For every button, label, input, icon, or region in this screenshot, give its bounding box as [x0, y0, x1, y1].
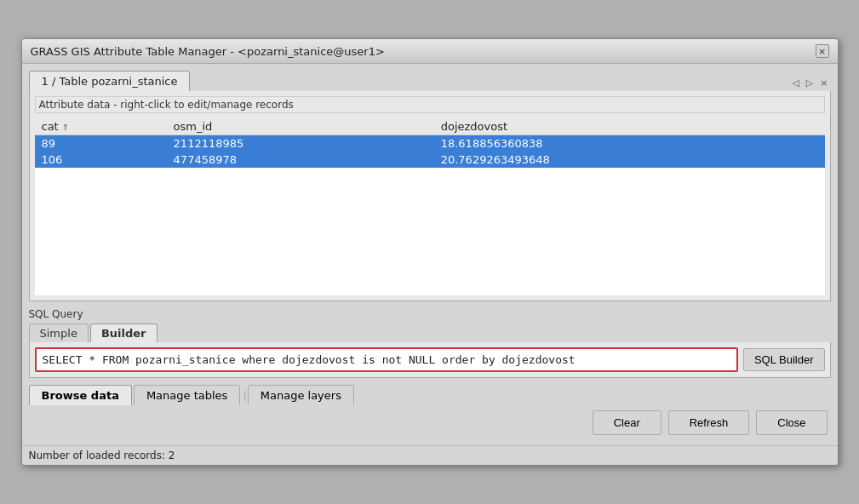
- sql-section: SQL Query Simple Builder SQL Builder: [29, 308, 831, 378]
- table-row[interactable]: 89211211898518.618856360838: [35, 135, 825, 152]
- sql-tab-builder[interactable]: Builder: [90, 324, 157, 342]
- tab-nav-arrows: ◁ ▷ ×: [789, 77, 830, 91]
- close-button[interactable]: Close: [756, 410, 827, 435]
- tab-prev-icon[interactable]: ◁: [789, 77, 801, 89]
- tab-bar: 1 / Table pozarni_stanice ◁ ▷ ×: [29, 71, 831, 91]
- window-body: 1 / Table pozarni_stanice ◁ ▷ × Attribut…: [22, 64, 838, 445]
- tab-manage-tables[interactable]: Manage tables: [134, 385, 240, 405]
- table-empty-area: [35, 168, 825, 295]
- col-header-dojezdovost[interactable]: dojezdovost: [434, 118, 825, 135]
- attribute-table: cat ⇑ osm_id dojezdovost 89211211898518.…: [35, 118, 825, 168]
- col-header-osm-id[interactable]: osm_id: [167, 118, 434, 135]
- sql-query-input[interactable]: [35, 347, 738, 372]
- refresh-button[interactable]: Refresh: [668, 410, 750, 435]
- table-row[interactable]: 10647745897820.7629263493648: [35, 152, 825, 168]
- bottom-tabs: Browse data Manage tables | Manage layer…: [29, 385, 831, 405]
- tab-browse-data[interactable]: Browse data: [29, 385, 132, 405]
- window-close-button[interactable]: ×: [816, 44, 829, 58]
- status-bar: Number of loaded records: 2: [22, 445, 838, 465]
- clear-button[interactable]: Clear: [593, 410, 661, 435]
- tab-manage-layers[interactable]: Manage layers: [248, 385, 354, 405]
- sql-query-row: SQL Builder: [29, 342, 831, 378]
- status-text: Number of loaded records: 2: [29, 450, 175, 461]
- window-title: GRASS GIS Attribute Table Manager - <poz…: [31, 45, 385, 58]
- sort-icon: ⇑: [62, 123, 69, 132]
- attribute-label: Attribute data - right-click to edit/man…: [35, 96, 825, 113]
- main-tab[interactable]: 1 / Table pozarni_stanice: [29, 71, 191, 91]
- sql-section-label: SQL Query: [29, 308, 831, 320]
- table-container: Attribute data - right-click to edit/man…: [29, 91, 831, 301]
- sql-tabs: Simple Builder: [29, 324, 831, 342]
- col-header-cat[interactable]: cat ⇑: [35, 118, 167, 135]
- action-buttons-row: Clear Refresh Close: [29, 405, 831, 438]
- title-bar: GRASS GIS Attribute Table Manager - <poz…: [22, 39, 838, 64]
- sql-tab-simple[interactable]: Simple: [29, 324, 89, 342]
- tab-separator: |: [243, 389, 246, 402]
- tab-next-icon[interactable]: ▷: [804, 77, 816, 89]
- tab-close-icon[interactable]: ×: [817, 77, 830, 89]
- sql-builder-button[interactable]: SQL Builder: [743, 348, 825, 371]
- main-window: GRASS GIS Attribute Table Manager - <poz…: [21, 38, 839, 466]
